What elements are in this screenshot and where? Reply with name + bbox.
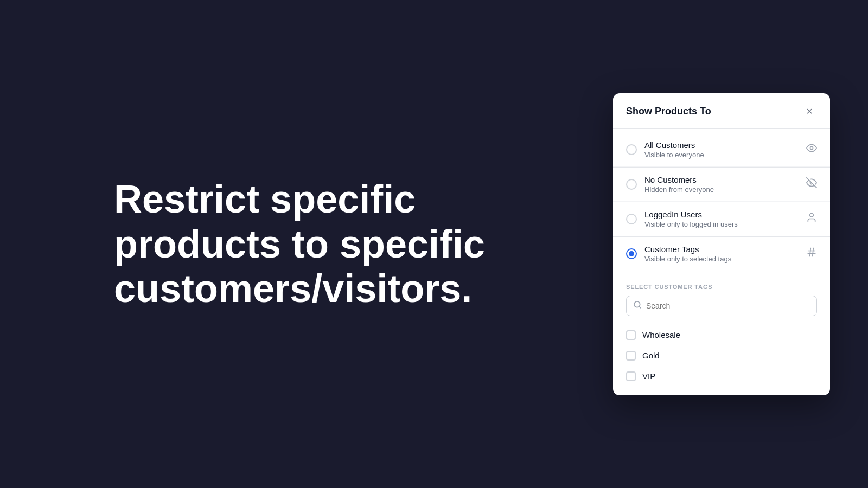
close-button[interactable]: × [802, 104, 817, 119]
label-vip: VIP [642, 371, 655, 381]
modal: Show Products To × All Customers Visible… [613, 93, 830, 395]
right-panel: Show Products To × All Customers Visible… [608, 93, 835, 395]
checkbox-list: Wholesale Gold VIP [613, 320, 830, 395]
option-subtitle-all-customers: Visible to everyone [644, 151, 802, 159]
option-subtitle-tags: Visible only to selected tags [644, 255, 802, 263]
radio-all-customers [626, 144, 637, 155]
user-icon [806, 212, 817, 226]
hash-icon [806, 247, 817, 260]
search-box[interactable] [626, 296, 817, 316]
eye-slash-icon [806, 177, 817, 191]
svg-point-0 [810, 147, 813, 150]
option-title-tags: Customer Tags [644, 245, 802, 254]
checkbox-gold[interactable] [626, 351, 636, 361]
option-text-no-customers: No Customers Hidden from everyone [644, 175, 802, 194]
checkbox-item-vip[interactable]: VIP [626, 366, 817, 387]
option-title-all-customers: All Customers [644, 140, 802, 150]
option-text-all-customers: All Customers Visible to everyone [644, 140, 802, 159]
checkbox-wholesale[interactable] [626, 330, 636, 340]
option-no-customers[interactable]: No Customers Hidden from everyone [613, 168, 830, 202]
option-subtitle-loggedin: Visible only to logged in users [644, 220, 802, 228]
tags-section: SELECT CUSTOMER TAGS [613, 275, 830, 320]
search-input[interactable] [646, 301, 810, 310]
checkbox-item-gold[interactable]: Gold [626, 345, 817, 366]
hero-heading: Restrict specific products to specific c… [114, 177, 494, 311]
option-all-customers[interactable]: All Customers Visible to everyone [613, 133, 830, 167]
option-subtitle-no-customers: Hidden from everyone [644, 185, 802, 194]
modal-options-list: All Customers Visible to everyone No Cus… [613, 129, 830, 275]
checkbox-item-wholesale[interactable]: Wholesale [626, 325, 817, 345]
modal-header: Show Products To × [613, 93, 830, 129]
option-loggedin-users[interactable]: LoggedIn Users Visible only to logged in… [613, 202, 830, 236]
label-gold: Gold [642, 351, 660, 360]
checkbox-vip[interactable] [626, 371, 636, 381]
svg-line-5 [810, 248, 811, 256]
label-wholesale: Wholesale [642, 330, 680, 339]
radio-no-customers [626, 179, 637, 190]
search-icon [633, 300, 642, 311]
svg-point-2 [810, 214, 814, 217]
radio-customer-tags [626, 248, 637, 259]
option-title-loggedin: LoggedIn Users [644, 210, 802, 219]
svg-line-8 [639, 306, 641, 308]
option-customer-tags[interactable]: Customer Tags Visible only to selected t… [613, 237, 830, 271]
svg-line-6 [813, 248, 814, 256]
tags-label: SELECT CUSTOMER TAGS [626, 284, 817, 290]
left-panel: Restrict specific products to specific c… [0, 133, 608, 355]
eye-icon [806, 143, 817, 156]
option-text-loggedin: LoggedIn Users Visible only to logged in… [644, 210, 802, 228]
option-title-no-customers: No Customers [644, 175, 802, 184]
close-icon: × [806, 105, 813, 118]
radio-loggedin-users [626, 214, 637, 224]
modal-title: Show Products To [626, 106, 711, 117]
option-text-tags: Customer Tags Visible only to selected t… [644, 245, 802, 263]
